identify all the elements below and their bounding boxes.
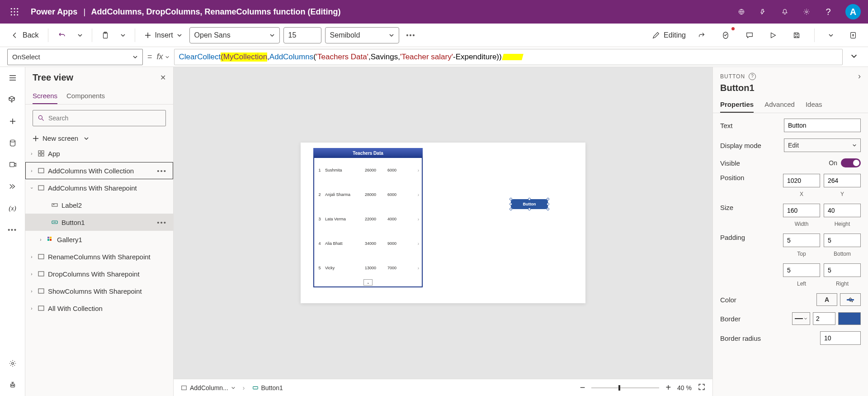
tab-screens[interactable]: Screens — [33, 88, 57, 104]
prop-pad-right-input[interactable] — [824, 263, 861, 277]
formula-expand[interactable] — [847, 52, 861, 61]
gallery-row[interactable]: 5Vicky130007000› — [314, 256, 422, 280]
new-screen-button[interactable]: New screen — [25, 132, 173, 145]
prop-displaymode-select[interactable]: Edit — [784, 138, 861, 152]
search-input[interactable] — [48, 115, 161, 122]
preview-icon[interactable] — [765, 29, 781, 42]
border-width-input[interactable] — [813, 312, 835, 325]
prop-pad-bottom-input[interactable] — [824, 234, 861, 247]
formula-input[interactable]: ClearCollect(MyCollection, AddColumns('T… — [174, 49, 843, 65]
help-badge-icon[interactable]: ? — [749, 73, 756, 80]
prop-height-input[interactable] — [824, 204, 861, 217]
canvas-button-control[interactable]: Button — [511, 200, 547, 209]
gallery-control[interactable]: 1Sushmita260006000› 2Anjali Sharma280006… — [313, 157, 423, 287]
zoom-out-icon[interactable]: − — [580, 382, 585, 393]
notifications-icon[interactable] — [780, 7, 789, 16]
canvas[interactable]: Teachers Data 1Sushmita260006000› 2Anjal… — [301, 143, 585, 303]
tab-components[interactable]: Components — [66, 88, 105, 104]
zoom-in-icon[interactable]: + — [665, 382, 671, 393]
paste-dropdown[interactable] — [117, 30, 129, 41]
breadcrumb-control[interactable]: Button1 — [252, 384, 283, 391]
prop-pad-top-input[interactable] — [783, 234, 820, 247]
copilot-icon[interactable] — [759, 7, 768, 16]
variables-icon[interactable]: (x) — [7, 203, 18, 214]
chevron-right-icon: › — [418, 266, 419, 271]
gallery-row[interactable]: 2Anjali Sharma280006000› — [314, 182, 422, 207]
virtual-agent-icon[interactable] — [7, 380, 18, 391]
border-color-picker[interactable] — [838, 312, 861, 325]
tree-node-button1[interactable]: Button1 ••• — [25, 214, 173, 231]
media-icon[interactable] — [7, 159, 18, 170]
undo-button[interactable] — [54, 28, 70, 43]
tab-properties[interactable]: Properties — [720, 97, 754, 113]
svg-rect-31 — [47, 239, 49, 241]
save-icon[interactable] — [789, 29, 804, 42]
insert-pane-icon[interactable] — [7, 116, 18, 127]
font-color-picker[interactable]: A — [816, 293, 837, 306]
editing-mode[interactable]: Editing — [652, 31, 686, 39]
help-icon[interactable]: ? — [824, 7, 833, 16]
tree-node-label2[interactable]: Label2 — [25, 196, 173, 214]
insert-button[interactable]: Insert — [141, 29, 186, 41]
border-style-select[interactable] — [792, 312, 810, 325]
prop-y-input[interactable] — [824, 174, 861, 187]
font-select[interactable]: Open Sans — [189, 27, 280, 43]
fx-button[interactable]: fx — [157, 52, 170, 62]
waffle-icon[interactable] — [7, 5, 22, 19]
publish-icon[interactable] — [845, 29, 861, 42]
share-icon[interactable] — [694, 29, 709, 42]
border-radius-input[interactable] — [820, 331, 861, 345]
formula-token: MyCollection — [223, 52, 267, 62]
paste-button[interactable] — [98, 29, 113, 42]
svg-rect-25 — [38, 168, 44, 173]
breadcrumb-screen[interactable]: AddColumn... — [181, 384, 236, 391]
checker-icon[interactable] — [717, 28, 734, 43]
back-button[interactable]: Back — [7, 29, 42, 41]
zoom-slider[interactable] — [591, 387, 659, 388]
tree-node-dropcolumns[interactable]: › DropColumns With Sharepoint — [25, 265, 173, 282]
user-avatar[interactable]: A — [845, 4, 861, 19]
gallery-row[interactable]: 1Sushmita260006000› — [314, 158, 422, 182]
more-toolbar-icon[interactable]: ••• — [403, 29, 420, 42]
prop-width-input[interactable] — [783, 204, 820, 217]
gallery-row[interactable]: 4Alia Bhatt340009000› — [314, 231, 422, 256]
tree-search[interactable] — [33, 110, 166, 126]
tree-node-renamecolumns[interactable]: › RenameColumns With Sharepoint — [25, 248, 173, 265]
settings-icon[interactable] — [802, 7, 811, 16]
save-dropdown[interactable] — [825, 30, 837, 41]
tree-node-all-collection[interactable]: › All With Collection — [25, 300, 173, 317]
settings-rail-icon[interactable] — [7, 358, 18, 369]
fontweight-select[interactable]: Semibold — [325, 27, 399, 43]
environment-icon[interactable] — [737, 7, 746, 16]
fill-color-picker[interactable] — [840, 293, 861, 306]
gallery-row[interactable]: 3Lata Verma220004000› — [314, 207, 422, 231]
tree-view-icon[interactable] — [7, 94, 18, 105]
node-more-icon[interactable]: ••• — [157, 219, 170, 226]
tree-node-addcolumns-collection[interactable]: › AddColumns With Collection ••• — [25, 162, 173, 179]
breadcrumb-label: AddColumn... — [190, 384, 228, 391]
tree-node-gallery1[interactable]: › Gallery1 — [25, 231, 173, 248]
separator — [48, 29, 48, 42]
power-automate-icon[interactable] — [7, 181, 18, 192]
data-icon[interactable] — [7, 138, 18, 148]
more-rail-icon[interactable]: ••• — [7, 224, 18, 235]
tab-ideas[interactable]: Ideas — [806, 97, 822, 113]
undo-dropdown[interactable] — [74, 30, 86, 41]
comments-icon[interactable] — [742, 29, 757, 42]
node-more-icon[interactable]: ••• — [157, 167, 170, 175]
prop-pad-left-input[interactable] — [783, 263, 820, 277]
close-tree-icon[interactable]: ✕ — [160, 73, 166, 82]
tab-advanced[interactable]: Advanced — [764, 97, 795, 113]
prop-x-input[interactable] — [783, 174, 820, 187]
tree-node-addcolumns-sharepoint[interactable]: › AddColumns With Sharepoint — [25, 179, 173, 196]
hamburger-icon[interactable] — [7, 72, 18, 83]
prop-text-input[interactable] — [784, 119, 861, 132]
prop-visible-toggle[interactable] — [841, 158, 861, 167]
expand-panel-icon[interactable]: › — [858, 72, 861, 81]
fit-screen-icon[interactable] — [698, 383, 705, 392]
tree-node-showcolumns[interactable]: › ShowColumns With Sharepoint — [25, 282, 173, 300]
property-select[interactable]: OnSelect — [7, 49, 143, 65]
tree-node-app[interactable]: › App — [25, 145, 173, 162]
gallery-dropdown[interactable]: ⌄ — [363, 279, 373, 286]
fontsize-select[interactable]: 15 — [283, 27, 321, 43]
